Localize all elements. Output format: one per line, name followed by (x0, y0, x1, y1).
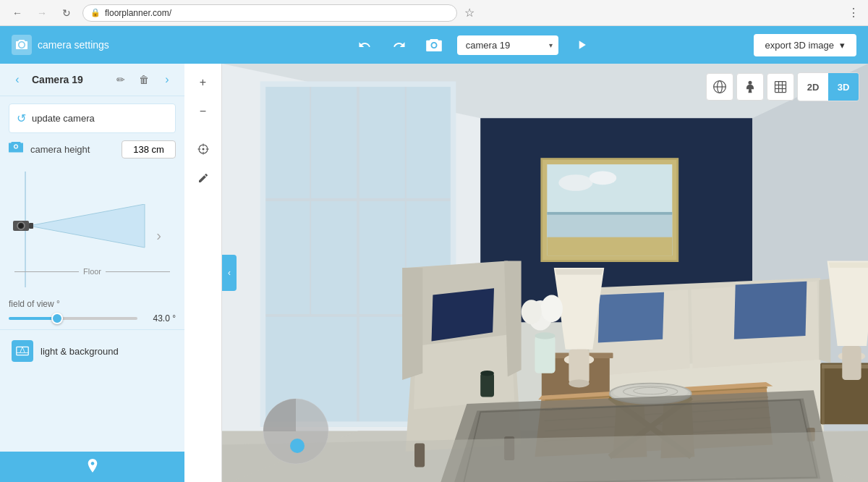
view-controls: 2D 3D (706, 72, 859, 101)
grid-view-button[interactable] (767, 73, 794, 101)
fov-value: 43.0 ° (143, 313, 176, 324)
camera-height-input[interactable] (122, 140, 176, 158)
camera-settings-icon (12, 35, 32, 55)
svg-point-3 (19, 224, 23, 228)
svg-rect-1 (29, 223, 33, 229)
camera-vis-icon (12, 216, 35, 235)
person-view-button[interactable] (736, 73, 764, 101)
svg-point-84 (535, 332, 555, 339)
svg-marker-48 (819, 279, 830, 363)
svg-marker-65 (828, 262, 868, 268)
zoom-out-button[interactable]: − (190, 98, 216, 124)
top-toolbar: camera settings camera 19 ▾ (0, 26, 868, 64)
zoom-in-button[interactable]: + (190, 69, 216, 96)
fov-slider-row: 43.0 ° (9, 313, 176, 324)
fov-slider[interactable] (9, 317, 137, 320)
refresh-button[interactable]: ↻ (58, 4, 75, 22)
undo-button[interactable] (353, 33, 376, 56)
camera-selector-wrapper[interactable]: camera 19 ▾ (457, 35, 558, 55)
edit-camera-button[interactable]: ✏ (112, 71, 129, 88)
camera-height-icon (9, 142, 25, 158)
update-camera-label: update camera (32, 113, 95, 124)
2d-view-button[interactable]: 2D (798, 73, 828, 101)
redo-button[interactable] (388, 33, 411, 56)
light-background-row[interactable]: light & background (9, 336, 176, 366)
svg-point-104 (290, 439, 305, 453)
back-button[interactable]: ← (9, 4, 26, 22)
bookmark-icon[interactable]: ☆ (464, 6, 475, 20)
delete-camera-button[interactable]: 🗑 (135, 71, 153, 88)
svg-point-97 (749, 81, 752, 85)
light-background-label: light & background (41, 346, 119, 357)
toolbar-left: camera settings (12, 35, 192, 55)
prev-camera-button[interactable]: ‹ (9, 71, 26, 88)
left-tools: + − (184, 64, 222, 482)
update-camera-icon: ↺ (17, 111, 26, 125)
toolbar-center: camera 19 ▾ (201, 33, 745, 56)
next-camera-button[interactable]: › (158, 71, 176, 88)
update-camera-button[interactable]: ↺ update camera (9, 103, 176, 133)
export-label: export 3D image (765, 40, 834, 51)
toolbar-title: camera settings (38, 39, 109, 51)
svg-rect-32 (547, 237, 672, 255)
svg-rect-58 (569, 350, 589, 384)
export-3d-button[interactable]: export 3D image ▾ (754, 34, 856, 56)
svg-marker-49 (598, 292, 664, 343)
fov-label: field of view ° (9, 299, 176, 309)
address-bar[interactable]: 🔒 floorplanner.com/ (82, 4, 457, 22)
url-text: floorplanner.com/ (105, 8, 171, 18)
svg-point-86 (541, 295, 563, 323)
camera-height-row: camera height (0, 140, 184, 166)
svg-rect-67 (842, 346, 861, 380)
forward-button[interactable]: → (33, 4, 51, 22)
svg-point-6 (202, 148, 204, 151)
svg-rect-31 (547, 212, 672, 215)
svg-rect-5 (17, 347, 28, 355)
browser-menu-icon[interactable]: ⋮ (848, 6, 859, 20)
camera-selector[interactable]: camera 19 (457, 35, 558, 55)
floor-navigation[interactable] (260, 395, 332, 468)
light-background-section: light & background (0, 329, 184, 372)
3d-view-button[interactable]: 3D (828, 73, 859, 101)
app-container: camera settings camera 19 ▾ (0, 26, 868, 482)
floor-area: Floor (9, 267, 176, 276)
fov-triangle (29, 204, 166, 262)
globe-view-button[interactable] (706, 73, 733, 101)
export-arrow-icon: ▾ (840, 40, 845, 51)
svg-marker-42 (432, 288, 494, 341)
sidebar: ‹ Camera 19 ✏ 🗑 › ↺ update camera camera… (0, 64, 184, 482)
svg-marker-56 (556, 269, 603, 275)
browser-chrome: ← → ↻ 🔒 floorplanner.com/ ☆ ⋮ (0, 0, 868, 26)
play-button[interactable] (570, 33, 593, 56)
svg-point-59 (569, 379, 589, 387)
svg-rect-98 (775, 82, 786, 93)
center-view-button[interactable] (190, 136, 216, 162)
pin-location-button[interactable] (0, 452, 184, 482)
camera-icon (422, 33, 446, 56)
svg-point-87 (522, 300, 542, 324)
camera-name: Camera 19 (32, 74, 106, 85)
svg-rect-83 (535, 336, 555, 373)
svg-marker-38 (402, 268, 422, 380)
svg-point-34 (590, 172, 617, 185)
view-mode-group: 2D 3D (797, 72, 859, 101)
svg-marker-37 (414, 334, 514, 409)
pencil-tool-button[interactable] (190, 165, 216, 191)
camera-vis-inner: › Floor (9, 172, 176, 287)
fov-arrow: › (156, 227, 161, 244)
svg-marker-4 (29, 204, 145, 248)
light-background-icon (12, 340, 33, 362)
svg-point-33 (558, 174, 592, 191)
collapse-sidebar-button[interactable]: ‹ (222, 255, 237, 291)
scene-render: 2D 3D (222, 64, 868, 482)
toolbar-right: export 3D image ▾ (754, 34, 856, 56)
svg-rect-61 (822, 364, 825, 424)
svg-point-89 (480, 371, 494, 376)
camera-visualization: › Floor (0, 166, 184, 293)
camera-height-label: camera height (30, 144, 116, 155)
painting (542, 159, 678, 261)
small-vase (480, 371, 494, 397)
floor-label: Floor (83, 267, 101, 276)
main-content: ‹ Camera 19 ✏ 🗑 › ↺ update camera camera… (0, 64, 868, 482)
svg-marker-50 (734, 282, 807, 339)
